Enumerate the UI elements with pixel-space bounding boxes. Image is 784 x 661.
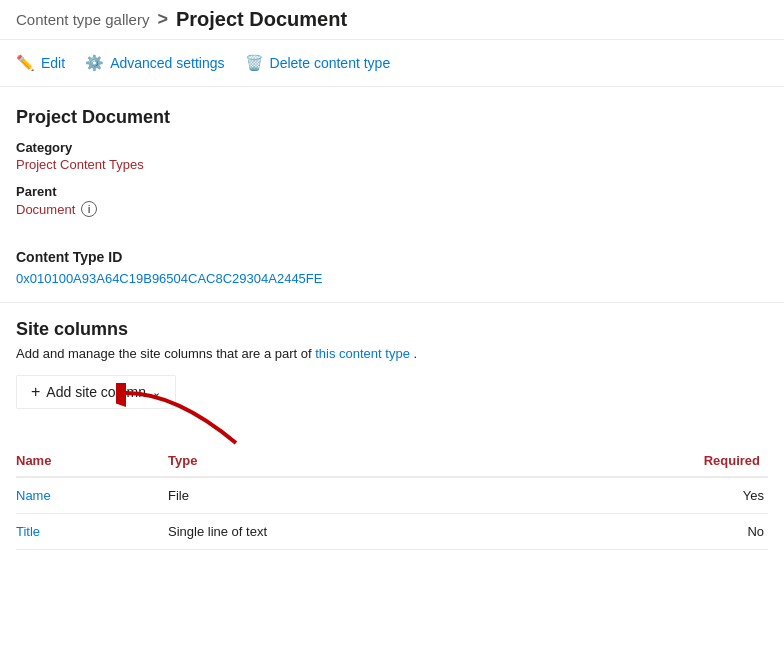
site-columns-description: Add and manage the site columns that are…	[16, 346, 768, 361]
main-content: Project Document Category Project Conten…	[0, 87, 784, 249]
edit-button[interactable]: ✏️ Edit	[16, 50, 65, 76]
col-header-required: Required	[543, 445, 768, 477]
site-columns-table: Name Type Required Name File Yes Title S…	[16, 445, 768, 550]
category-value[interactable]: Project Content Types	[16, 157, 246, 172]
content-type-id-value: 0x010100A93A64C19B96504CAC8C29304A2445FE	[16, 271, 768, 286]
delete-icon: 🗑️	[245, 54, 264, 72]
table-row: Title Single line of text No	[16, 514, 768, 550]
chevron-down-icon: ⌄	[152, 386, 161, 399]
cell-required: Yes	[543, 477, 768, 514]
breadcrumb-link[interactable]: Content type gallery	[16, 11, 149, 28]
add-site-column-area: + Add site column ⌄	[16, 375, 768, 429]
parent-value-row: Document i	[16, 201, 246, 217]
content-type-id-section: Content Type ID 0x010100A93A64C19B96504C…	[0, 249, 784, 303]
parent-value[interactable]: Document	[16, 202, 75, 217]
col-header-name: Name	[16, 445, 168, 477]
column-name-link[interactable]: Title	[16, 524, 40, 539]
site-columns-title: Site columns	[16, 319, 768, 340]
col-header-type: Type	[168, 445, 543, 477]
left-panel: Project Document Category Project Conten…	[16, 107, 246, 229]
toolbar: ✏️ Edit ⚙️ Advanced settings 🗑️ Delete c…	[0, 40, 784, 87]
header: Content type gallery > Project Document	[0, 0, 784, 40]
content-type-name: Project Document	[16, 107, 246, 128]
page-title: Project Document	[176, 8, 347, 31]
parent-info-icon[interactable]: i	[81, 201, 97, 217]
add-site-column-button[interactable]: + Add site column ⌄	[16, 375, 176, 409]
content-type-id-label: Content Type ID	[16, 249, 768, 265]
site-columns-section: Site columns Add and manage the site col…	[0, 303, 784, 566]
table-row: Name File Yes	[16, 477, 768, 514]
settings-icon: ⚙️	[85, 54, 104, 72]
add-icon: +	[31, 383, 40, 401]
cell-name: Title	[16, 514, 168, 550]
advanced-settings-button[interactable]: ⚙️ Advanced settings	[85, 50, 224, 76]
cell-type: File	[168, 477, 543, 514]
this-content-type-link[interactable]: this content type	[315, 346, 410, 361]
cell-name: Name	[16, 477, 168, 514]
cell-required: No	[543, 514, 768, 550]
cell-type: Single line of text	[168, 514, 543, 550]
category-label: Category	[16, 140, 246, 155]
parent-label: Parent	[16, 184, 246, 199]
breadcrumb-separator: >	[157, 9, 168, 30]
edit-icon: ✏️	[16, 54, 35, 72]
column-name-link[interactable]: Name	[16, 488, 51, 503]
delete-content-type-button[interactable]: 🗑️ Delete content type	[245, 50, 391, 76]
